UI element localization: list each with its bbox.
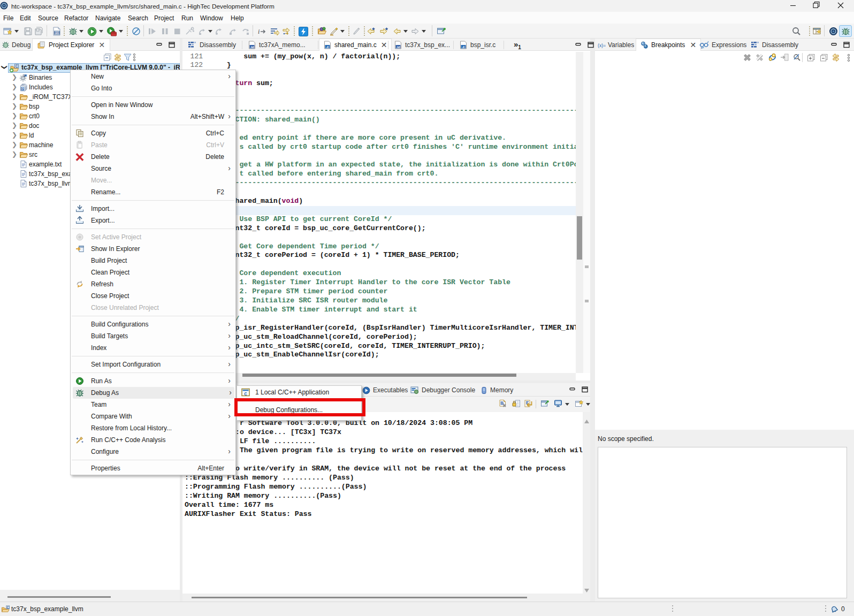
svg-text:.ld: .ld [396,45,400,48]
svg-text:x=: x= [701,46,704,49]
svg-text:.c: .c [462,44,465,48]
svg-text:h: h [22,87,24,90]
svg-text:010: 010 [54,31,60,35]
svg-text:(x)=: (x)= [598,42,606,48]
svg-text:C: C [16,64,18,68]
svg-text:c: c [244,391,247,397]
svg-text:i: i [258,28,260,35]
svg-text:.ld: .ld [250,45,254,48]
svg-text:C: C [7,606,9,609]
svg-text:.c: .c [326,45,329,49]
